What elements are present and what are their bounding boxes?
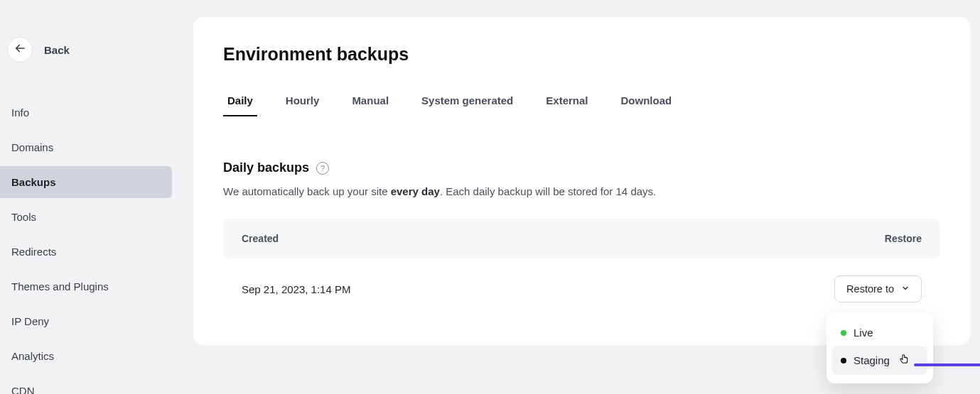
sidebar-item-label: Domains <box>11 141 53 153</box>
tab-hourly[interactable]: Hourly <box>281 90 324 116</box>
tab-label: System generated <box>421 94 513 106</box>
desc-suffix: . Each daily backup will be stored for 1… <box>440 185 656 197</box>
tab-label: Manual <box>352 94 389 106</box>
dropdown-item-label: Staging <box>854 354 890 366</box>
sidebar-item-tools[interactable]: Tools <box>0 201 172 233</box>
dropdown-item-staging[interactable]: Staging <box>832 346 927 375</box>
tab-external[interactable]: External <box>542 90 592 116</box>
sidebar-item-domains[interactable]: Domains <box>0 131 172 163</box>
sidebar-item-backups[interactable]: Backups <box>0 166 172 198</box>
status-dot-icon <box>841 358 846 363</box>
dropdown-item-live[interactable]: Live <box>832 319 927 346</box>
arrow-left-icon <box>14 42 26 58</box>
sidebar-item-themes-plugins[interactable]: Themes and Plugins <box>0 270 172 302</box>
tab-label: Download <box>621 94 672 106</box>
sidebar-item-cdn[interactable]: CDN <box>0 375 172 394</box>
tab-daily[interactable]: Daily <box>223 90 257 116</box>
table-row: Sep 21, 2023, 1:14 PM Restore to <box>223 258 940 302</box>
sidebar-item-label: Backups <box>11 176 56 188</box>
back-label[interactable]: Back <box>44 44 70 56</box>
sidebar-item-label: Analytics <box>11 350 54 362</box>
restore-to-button[interactable]: Restore to <box>834 275 922 302</box>
chevron-down-icon <box>901 283 910 295</box>
section-header: Daily backups ? <box>223 160 940 175</box>
tab-manual[interactable]: Manual <box>348 90 393 116</box>
sidebar-item-label: Tools <box>11 211 36 223</box>
backup-tabs: Daily Hourly Manual System generated Ext… <box>223 90 940 116</box>
page-title: Environment backups <box>223 44 940 65</box>
cursor-pointer-icon <box>898 353 910 368</box>
sidebar-item-redirects[interactable]: Redirects <box>0 236 172 268</box>
desc-bold: every day <box>391 185 440 197</box>
tab-download[interactable]: Download <box>617 90 677 116</box>
main-content: Environment backups Daily Hourly Manual … <box>176 0 980 394</box>
status-dot-icon <box>841 330 846 336</box>
tab-system-generated[interactable]: System generated <box>417 90 517 116</box>
backups-table: Created Restore Sep 21, 2023, 1:14 PM Re… <box>223 219 940 302</box>
sidebar-item-label: CDN <box>11 385 35 394</box>
sidebar-item-label: Info <box>11 106 29 119</box>
content-card: Environment backups Daily Hourly Manual … <box>193 17 970 345</box>
restore-to-label: Restore to <box>846 283 894 295</box>
section-description: We automatically back up your site every… <box>223 185 940 197</box>
table-header: Created Restore <box>223 219 940 258</box>
restore-dropdown: Live Staging <box>826 312 933 383</box>
sidebar-item-label: Redirects <box>11 246 56 258</box>
desc-prefix: We automatically back up your site <box>223 185 391 197</box>
section-title: Daily backups <box>223 160 309 175</box>
back-button[interactable] <box>7 37 33 62</box>
sidebar-item-analytics[interactable]: Analytics <box>0 340 172 372</box>
sidebar-nav: Info Domains Backups Tools Redirects The… <box>0 97 176 394</box>
tab-label: External <box>546 94 588 106</box>
sidebar-item-info[interactable]: Info <box>0 97 172 128</box>
col-header-restore: Restore <box>885 233 922 244</box>
cell-created: Sep 21, 2023, 1:14 PM <box>242 283 350 295</box>
back-nav[interactable]: Back <box>0 37 176 62</box>
sidebar-item-label: IP Deny <box>11 315 49 327</box>
sidebar: Back Info Domains Backups Tools Redirect… <box>0 0 176 394</box>
sidebar-item-ip-deny[interactable]: IP Deny <box>0 305 172 337</box>
dropdown-item-label: Live <box>854 327 873 339</box>
help-icon[interactable]: ? <box>316 162 329 175</box>
tab-label: Daily <box>227 94 253 106</box>
sidebar-item-label: Themes and Plugins <box>11 280 109 292</box>
tab-label: Hourly <box>286 94 320 106</box>
col-header-created: Created <box>242 233 279 244</box>
